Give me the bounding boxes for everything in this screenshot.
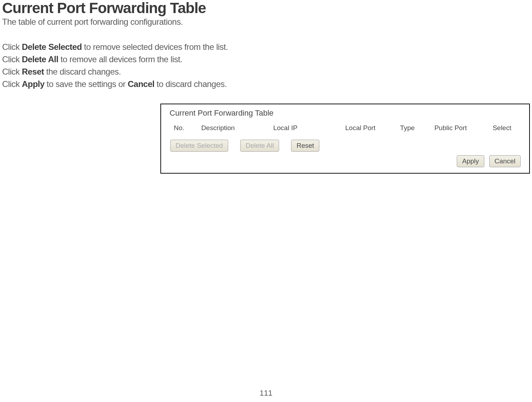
text: Click bbox=[2, 79, 22, 89]
text: Click bbox=[2, 42, 22, 52]
instruction-line-3: Click Reset the discard changes. bbox=[2, 66, 532, 78]
panel-title: Current Port Forwarding Table bbox=[167, 109, 524, 118]
instruction-line-2: Click Delete All to remove all devices f… bbox=[2, 53, 532, 66]
instructions-block: Click Delete Selected to remove selected… bbox=[0, 41, 532, 90]
text: Click bbox=[2, 54, 22, 64]
action-button-row: Delete Selected Delete All Reset bbox=[167, 140, 524, 152]
delete-selected-button[interactable]: Delete Selected bbox=[170, 140, 228, 152]
text: to remove selected devices from the list… bbox=[82, 42, 228, 52]
port-forwarding-panel: Current Port Forwarding Table No. Descri… bbox=[160, 104, 530, 174]
text: to remove all devices form the list. bbox=[58, 54, 182, 64]
instruction-line-1: Click Delete Selected to remove selected… bbox=[2, 41, 532, 53]
column-header-local-port: Local Port bbox=[345, 124, 400, 132]
text: to discard changes. bbox=[154, 79, 227, 89]
page-title: Current Port Forwarding Table bbox=[0, 0, 532, 16]
text: Click bbox=[2, 67, 22, 76]
bold-text: Reset bbox=[22, 67, 44, 76]
column-header-select: Select bbox=[493, 124, 524, 132]
text: the discard changes. bbox=[44, 67, 121, 76]
column-header-local-ip: Local IP bbox=[273, 124, 345, 132]
bold-text: Delete Selected bbox=[22, 42, 82, 52]
page-subtitle: The table of current port forwarding con… bbox=[0, 17, 532, 27]
column-header-no: No. bbox=[174, 124, 201, 132]
column-header-description: Description bbox=[201, 124, 273, 132]
column-header-public-port: Public Port bbox=[435, 124, 493, 132]
page-number: 111 bbox=[260, 389, 273, 398]
footer-button-row: Apply Cancel bbox=[167, 155, 524, 167]
text: to save the settings or bbox=[45, 79, 128, 89]
reset-button[interactable]: Reset bbox=[291, 140, 319, 152]
bold-text: Cancel bbox=[128, 79, 154, 89]
column-header-type: Type bbox=[400, 124, 435, 132]
apply-button[interactable]: Apply bbox=[457, 155, 484, 167]
cancel-button[interactable]: Cancel bbox=[489, 155, 521, 167]
bold-text: Apply bbox=[22, 79, 45, 89]
instruction-line-4: Click Apply to save the settings or Canc… bbox=[2, 78, 532, 91]
delete-all-button[interactable]: Delete All bbox=[240, 140, 279, 152]
bold-text: Delete All bbox=[22, 54, 58, 64]
table-header-row: No. Description Local IP Local Port Type… bbox=[167, 124, 524, 132]
